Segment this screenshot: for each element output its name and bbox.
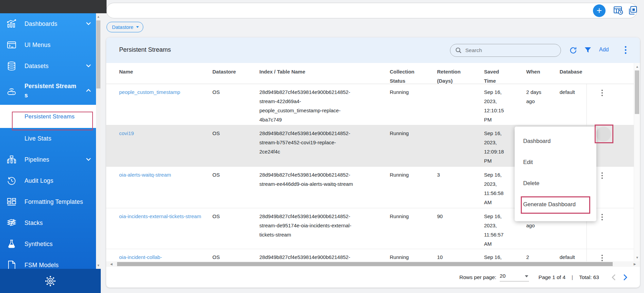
column-header-name[interactable]: Name xyxy=(106,63,212,85)
datastore-filter-chip[interactable]: Datastore xyxy=(107,22,143,32)
table-cell-status: Running xyxy=(390,125,437,166)
stream-name-link[interactable]: oia-alerts-waitq-stream xyxy=(119,170,202,179)
flask-icon xyxy=(6,239,17,249)
database-value: default xyxy=(560,253,586,261)
search-icon xyxy=(455,47,462,54)
menu-item-delete[interactable]: Delete xyxy=(515,173,596,194)
chevron-down-icon[interactable] xyxy=(86,22,92,26)
table-cell-status: Running xyxy=(390,249,437,261)
sidebar-item-label: Formatting Templates xyxy=(25,197,83,207)
table-vertical-scrollbar[interactable]: ▲ ▼ xyxy=(634,63,640,261)
sidebar-item-label: Live Stats xyxy=(25,134,51,143)
row-kebab-icon[interactable] xyxy=(586,84,634,125)
retention-days: 10 xyxy=(437,253,484,261)
scrollbar-thumb[interactable] xyxy=(635,70,639,114)
table-cell-retention: 10 xyxy=(437,249,484,261)
column-header-saved-time[interactable]: Saved Time xyxy=(484,63,526,85)
saved-time: Sep 16, 2023, 12:10:15 PM xyxy=(484,87,512,124)
global-search-bar[interactable] xyxy=(106,3,637,18)
table-cell-name: oia-incidents-external-tickets-stream xyxy=(106,208,212,249)
gear-icon[interactable] xyxy=(44,275,57,288)
sidebar-item-datasets[interactable]: Datasets xyxy=(0,55,96,77)
table-cell-retention xyxy=(437,84,484,125)
menu-item-edit[interactable]: Edit xyxy=(515,151,596,173)
chevron-down-icon[interactable] xyxy=(86,64,92,68)
chevron-up-icon[interactable] xyxy=(86,89,92,93)
stream-name-link[interactable]: oia-incidents-external-tickets-stream xyxy=(119,212,202,221)
sidebar-item-ui-menus[interactable]: UI Menus xyxy=(0,34,96,55)
search-placeholder: Search xyxy=(465,47,482,53)
sidebar-item-live-stats[interactable]: Live Stats xyxy=(0,128,96,149)
next-page-button[interactable] xyxy=(619,272,631,283)
table-cell-when: 2 xyxy=(526,249,560,261)
scroll-down-arrow-icon[interactable]: ▼ xyxy=(635,255,640,260)
table-horizontal-scrollbar[interactable]: ◀ ▶ xyxy=(106,261,640,267)
refresh-icon[interactable] xyxy=(569,46,577,54)
sidebar-scrollbar[interactable]: ▲ ▼ xyxy=(96,13,101,269)
sidebar-item-pipelines[interactable]: Pipelines xyxy=(0,149,96,170)
filter-icon[interactable] xyxy=(584,47,592,54)
stream-name-link[interactable]: people_custom_timestamp xyxy=(119,87,202,97)
table-cell-name: oia-alerts-waitq-stream xyxy=(106,167,212,208)
scroll-down-arrow-icon[interactable]: ▼ xyxy=(96,263,101,268)
stream-name-link[interactable]: oia-incident-collab- xyxy=(119,253,202,261)
column-header-datastore[interactable]: Datastore xyxy=(212,63,259,85)
collection-status: Running xyxy=(390,170,437,179)
datastore-value: OS xyxy=(212,170,259,179)
column-header-database[interactable]: Database xyxy=(560,63,586,85)
chevron-down-icon[interactable] xyxy=(86,158,92,162)
retention-days: 3 xyxy=(437,170,484,179)
table-cell-saved_time: Sep 16, 2023, 12:10:15 PM xyxy=(484,84,526,125)
sidebar-item-label: Stacks xyxy=(25,218,43,228)
table-cell-retention xyxy=(437,125,484,166)
row-kebab-icon[interactable] xyxy=(586,249,634,261)
retention-days: 90 xyxy=(437,212,484,221)
history-icon xyxy=(6,175,17,186)
table-cell-index: 28d949b827cf4e539814e900b6214852-stream-… xyxy=(259,125,390,166)
table-cell-retention: 90 xyxy=(437,208,484,249)
column-header-when[interactable]: When xyxy=(526,63,560,85)
panel-title: Persistent Streams xyxy=(119,46,171,53)
add-new-button[interactable]: + xyxy=(593,4,606,17)
sidebar: Dashboards UI Menus Datasets xyxy=(0,13,96,269)
previous-page-button[interactable] xyxy=(608,272,619,283)
stream-name-link[interactable]: covi19 xyxy=(119,129,202,138)
column-header-retention[interactable]: Retention (Days) xyxy=(437,63,484,85)
sidebar-item-stacks[interactable]: Stacks xyxy=(0,212,96,233)
scroll-up-arrow-icon[interactable]: ▲ xyxy=(96,14,101,19)
sidebar-item-formatting-templates[interactable]: Formatting Templates xyxy=(0,191,96,212)
column-header-collection-status[interactable]: Collection Status xyxy=(390,63,437,85)
rows-per-page-select[interactable]: 20 xyxy=(500,273,529,281)
copy-save-icon[interactable] xyxy=(628,5,638,15)
table-cell-index: 28d949b827cf4e539814e900b6214852-stream-… xyxy=(259,167,390,208)
datastore-value: OS xyxy=(212,253,259,261)
history-table-icon[interactable] xyxy=(613,5,623,15)
saved-time: Sep 16, 2023, 11:56:57 AM xyxy=(484,212,512,248)
stream-router-icon xyxy=(6,85,17,96)
table-header-row: Name Datastore Index / Table Name Collec… xyxy=(106,63,634,84)
scrollbar-thumb[interactable] xyxy=(96,20,100,88)
sidebar-item-synthetics[interactable]: Synthetics xyxy=(0,233,96,255)
table-cell-index: 28d949b827cf4e539814e900b6214852- xyxy=(259,249,390,261)
scrollbar-thumb[interactable] xyxy=(117,262,613,266)
column-header-index[interactable]: Index / Table Name xyxy=(259,63,390,85)
collection-status: Running xyxy=(390,253,437,261)
sidebar-item-persistent-streams[interactable]: Persistent Streams xyxy=(0,77,96,105)
menu-item-dashboard[interactable]: Dashboard xyxy=(515,130,596,151)
scroll-right-arrow-icon[interactable]: ▶ xyxy=(632,262,637,266)
panel-header: Persistent Streams Search Add xyxy=(106,37,640,63)
collection-status: Running xyxy=(390,212,437,221)
table-cell-name: covi19 xyxy=(106,125,212,166)
stack-icon xyxy=(6,217,17,228)
index-table-name: 28d949b827cf4e539814e900b6214852-stream-… xyxy=(259,87,355,124)
sidebar-item-dashboards[interactable]: Dashboards xyxy=(0,13,96,34)
index-table-name: 28d949b827cf4e539814e900b6214852- xyxy=(259,253,355,261)
sidebar-item-audit-logs[interactable]: Audit Logs xyxy=(0,170,96,191)
add-button[interactable]: Add xyxy=(599,47,609,53)
table-search-input[interactable]: Search xyxy=(450,44,561,57)
saved-time: Sep 16, xyxy=(484,253,512,261)
scroll-left-arrow-icon[interactable]: ◀ xyxy=(109,262,114,266)
when-value: 2 xyxy=(526,253,542,261)
panel-kebab-icon[interactable] xyxy=(625,46,627,54)
scroll-up-arrow-icon[interactable]: ▲ xyxy=(635,64,640,69)
